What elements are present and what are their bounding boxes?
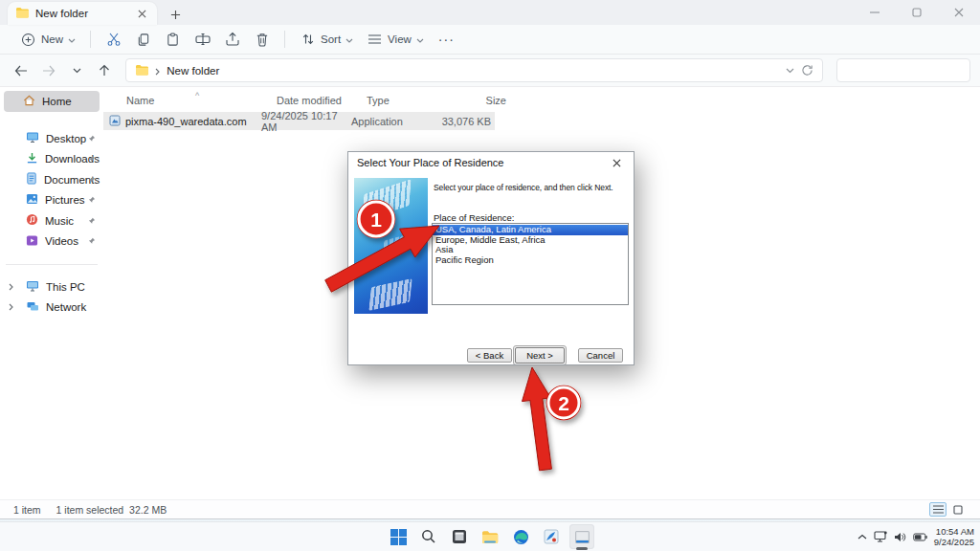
next-button[interactable]: Next > bbox=[515, 347, 565, 364]
residence-listbox[interactable]: USA, Canada, Latin America Europe, Middl… bbox=[432, 223, 629, 305]
sidebar-item-this-pc[interactable]: This PC bbox=[0, 276, 103, 298]
trash-icon bbox=[254, 32, 270, 48]
taskbar-search-icon[interactable] bbox=[416, 524, 441, 549]
forward-icon[interactable] bbox=[37, 58, 61, 83]
share-button[interactable] bbox=[217, 28, 247, 52]
details-view-icon[interactable] bbox=[929, 502, 947, 517]
up-icon[interactable] bbox=[92, 58, 116, 83]
list-item[interactable]: Europe, Middle East, Africa bbox=[433, 235, 628, 246]
search-input[interactable] bbox=[845, 65, 980, 77]
documents-icon bbox=[26, 172, 37, 187]
table-row[interactable]: pixma-490_waredata.com 9/24/2025 10:17 A… bbox=[103, 112, 495, 130]
scissors-icon bbox=[105, 32, 122, 48]
this-pc-icon bbox=[26, 280, 39, 294]
explorer-tab[interactable]: New folder bbox=[8, 2, 157, 25]
status-bar: 1 item 1 item selected 32.2 MB bbox=[0, 499, 980, 518]
toolbar-separator bbox=[90, 31, 91, 48]
music-icon bbox=[26, 213, 38, 228]
sidebar-item-videos[interactable]: Videos bbox=[0, 231, 103, 253]
address-bar[interactable]: New folder bbox=[125, 58, 823, 82]
minimize-icon[interactable] bbox=[854, 0, 896, 25]
file-name-cell: pixma-490_waredata.com bbox=[109, 115, 261, 128]
battery-icon[interactable] bbox=[913, 533, 927, 541]
pictures-icon bbox=[26, 193, 38, 207]
view-lines-icon bbox=[367, 32, 383, 48]
paste-button[interactable] bbox=[158, 28, 188, 52]
dialog-title-bar[interactable]: Select Your Place of Residence bbox=[348, 152, 634, 173]
breadcrumb[interactable]: New folder bbox=[167, 65, 779, 77]
sidebar-item-label: Music bbox=[45, 215, 74, 227]
dialog-close-icon[interactable] bbox=[608, 155, 625, 170]
selection-summary: 1 item selected 32.2 MB bbox=[56, 504, 167, 516]
list-item[interactable]: USA, Canada, Latin America bbox=[433, 225, 628, 235]
sidebar-item-desktop[interactable]: Desktop bbox=[0, 128, 103, 149]
maximize-icon[interactable] bbox=[896, 0, 938, 25]
large-icons-view-icon[interactable] bbox=[949, 502, 967, 517]
tab-title: New folder bbox=[35, 8, 127, 19]
rename-button[interactable] bbox=[188, 28, 217, 52]
sidebar-item-home[interactable]: Home bbox=[4, 91, 100, 112]
sidebar-item-pictures[interactable]: Pictures bbox=[0, 190, 103, 211]
taskbar-clock[interactable]: 10:54 AM 9/24/2025 bbox=[934, 526, 974, 547]
sidebar-divider bbox=[6, 264, 98, 265]
delete-button[interactable] bbox=[247, 28, 277, 52]
sidebar-item-documents[interactable]: Documents bbox=[0, 169, 103, 190]
cut-button[interactable] bbox=[99, 28, 128, 52]
network-tray-icon[interactable] bbox=[874, 531, 887, 542]
volume-icon[interactable] bbox=[894, 532, 906, 542]
chevron-right-icon[interactable] bbox=[9, 301, 13, 313]
column-header-type[interactable]: Type bbox=[367, 95, 453, 106]
windows-start-icon[interactable] bbox=[386, 524, 411, 549]
pin-icon bbox=[88, 174, 96, 186]
sidebar-item-downloads[interactable]: Downloads bbox=[0, 149, 103, 170]
list-item[interactable]: Pacific Region bbox=[433, 255, 628, 266]
sidebar-item-label: Network bbox=[46, 301, 86, 313]
view-button[interactable]: View bbox=[360, 28, 431, 52]
desktop-icon bbox=[26, 131, 39, 145]
sort-button[interactable]: Sort bbox=[293, 28, 360, 52]
sort-arrows-icon bbox=[300, 32, 316, 48]
refresh-icon[interactable] bbox=[801, 64, 813, 77]
new-button-label: New bbox=[41, 33, 63, 45]
taskbar-canon-setup-icon[interactable] bbox=[539, 524, 564, 549]
clock-time: 10:54 AM bbox=[934, 526, 974, 537]
sidebar-pinned-list: Desktop Downloads Documents Pictures bbox=[0, 128, 103, 252]
view-toggles bbox=[929, 502, 967, 517]
taskbar-file-explorer-icon[interactable] bbox=[478, 524, 502, 549]
taskbar-active-window-icon[interactable] bbox=[569, 524, 594, 549]
address-dropdown-chevron-icon[interactable] bbox=[786, 68, 794, 74]
dialog-instruction: Select your place of residence, and then… bbox=[434, 183, 613, 192]
clock-date: 9/24/2025 bbox=[934, 537, 974, 547]
recent-locations-chevron-icon[interactable] bbox=[65, 58, 89, 83]
file-size-cell: 33,076 KB bbox=[437, 116, 491, 127]
copy-button[interactable] bbox=[128, 28, 158, 52]
column-header-name[interactable]: Name^ bbox=[126, 95, 277, 106]
column-header-size[interactable]: Size bbox=[453, 95, 506, 106]
taskbar-app-icon[interactable] bbox=[447, 524, 472, 549]
tab-close-icon[interactable] bbox=[134, 6, 149, 21]
more-options-button[interactable]: ··· bbox=[431, 30, 462, 49]
tray-chevron-up-icon[interactable] bbox=[858, 534, 867, 540]
new-button[interactable]: New bbox=[13, 28, 82, 52]
back-icon[interactable] bbox=[10, 58, 33, 83]
new-tab-button[interactable] bbox=[165, 4, 186, 25]
cancel-button[interactable]: Cancel bbox=[578, 348, 623, 363]
taskbar-edge-icon[interactable] bbox=[508, 524, 533, 549]
sidebar-item-label: This PC bbox=[46, 281, 85, 293]
item-count: 1 item bbox=[13, 504, 41, 516]
sort-ascending-icon: ^ bbox=[195, 91, 199, 100]
search-box[interactable] bbox=[836, 58, 970, 82]
list-item[interactable]: Asia bbox=[433, 245, 628, 255]
taskbar: 10:54 AM 9/24/2025 bbox=[0, 521, 980, 551]
sidebar-item-network[interactable]: Network bbox=[0, 298, 103, 319]
sidebar-item-music[interactable]: Music bbox=[0, 210, 103, 231]
chevron-right-icon[interactable] bbox=[9, 281, 13, 293]
back-button[interactable]: < Back bbox=[467, 348, 512, 363]
installer-side-image bbox=[354, 178, 428, 314]
pin-icon bbox=[88, 235, 96, 247]
command-toolbar: New Sort View ··· bbox=[0, 25, 980, 55]
home-icon bbox=[23, 95, 35, 108]
column-header-date-modified[interactable]: Date modified bbox=[277, 95, 367, 106]
close-icon[interactable] bbox=[938, 0, 980, 25]
taskbar-center-icons bbox=[386, 524, 594, 549]
